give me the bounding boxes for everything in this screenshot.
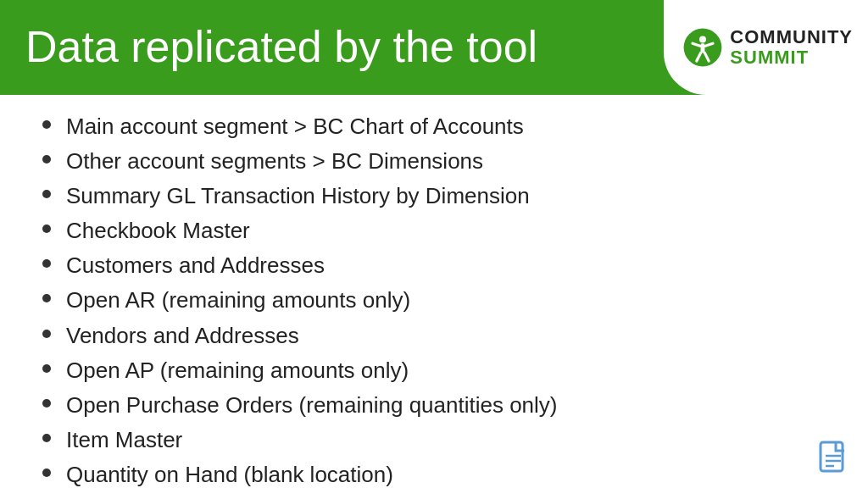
list-item: Quantity on Hand (blank location) (42, 460, 826, 488)
community-summit-icon (682, 27, 723, 68)
bullet-text: Other account segments > BC Dimensions (66, 147, 483, 176)
logo: COMMUNITY SUMMIT (682, 27, 853, 68)
bullet-text: Summary GL Transaction History by Dimens… (66, 181, 530, 211)
logo-container: COMMUNITY SUMMIT (664, 0, 868, 95)
bullet-text: Open AR (remaining amounts only) (66, 286, 410, 315)
bullet-dot-icon (42, 330, 51, 338)
bullet-text: Vendors and Addresses (66, 321, 299, 351)
bullet-dot-icon (42, 225, 51, 233)
bullet-text: Quantity on Hand (blank location) (66, 460, 393, 488)
list-item: Open AR (remaining amounts only) (42, 286, 826, 315)
bullet-dot-icon (42, 259, 51, 268)
slide: Data replicated by the tool (0, 0, 868, 488)
bullet-dot-icon (42, 364, 51, 373)
list-item: Checkbook Master (42, 216, 826, 246)
logo-community-label: COMMUNITY (730, 27, 853, 47)
list-item: Summary GL Transaction History by Dimens… (42, 181, 826, 211)
list-item: Other account segments > BC Dimensions (42, 147, 826, 176)
bullet-text: Open AP (remaining amounts only) (66, 356, 409, 385)
logo-text: COMMUNITY SUMMIT (730, 27, 853, 68)
list-item: Vendors and Addresses (42, 321, 826, 351)
bullet-text: Customers and Addresses (66, 251, 325, 280)
slide-title: Data replicated by the tool (25, 22, 537, 73)
bullet-dot-icon (42, 294, 51, 302)
bullet-dot-icon (42, 469, 51, 477)
bullet-text: Open Purchase Orders (remaining quantiti… (66, 391, 558, 420)
svg-rect-2 (701, 43, 705, 53)
bullet-text: Main account segment > BC Chart of Accou… (66, 112, 524, 141)
corner-document-icon (815, 439, 853, 476)
bullet-dot-icon (42, 155, 51, 164)
header: Data replicated by the tool (0, 0, 868, 95)
bullet-text: Item Master (66, 425, 182, 455)
list-item: Item Master (42, 425, 826, 455)
list-item: Main account segment > BC Chart of Accou… (42, 112, 826, 141)
logo-summit-label: SUMMIT (730, 47, 853, 68)
content-area: Main account segment > BC Chart of Accou… (0, 95, 868, 488)
bullet-text: Checkbook Master (66, 216, 250, 246)
svg-point-1 (699, 36, 706, 42)
list-item: Open Purchase Orders (remaining quantiti… (42, 391, 826, 420)
list-item: Open AP (remaining amounts only) (42, 356, 826, 385)
bullet-list: Main account segment > BC Chart of Accou… (42, 112, 826, 488)
bullet-dot-icon (42, 120, 51, 129)
bullet-dot-icon (42, 399, 51, 408)
bullet-dot-icon (42, 434, 51, 442)
bullet-dot-icon (42, 190, 51, 198)
list-item: Customers and Addresses (42, 251, 826, 280)
